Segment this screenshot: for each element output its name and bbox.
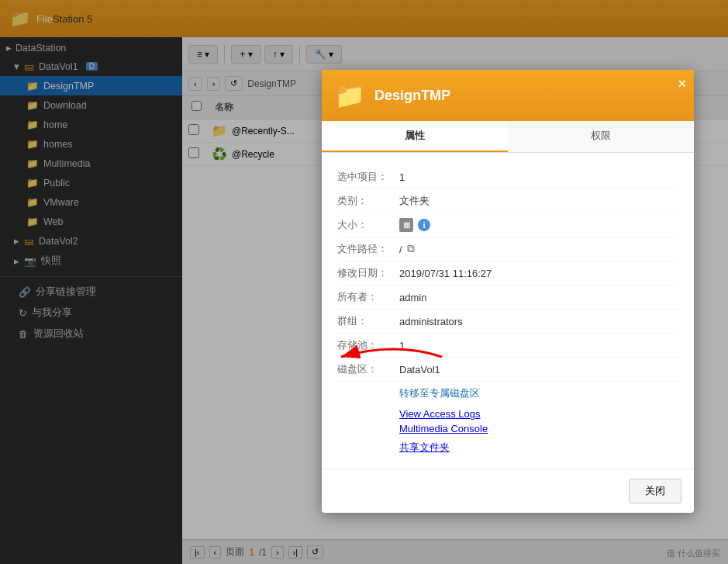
multimedia-link[interactable]: Multimedia Console <box>399 423 488 434</box>
share-link[interactable]: 共享文件夹 <box>399 441 450 453</box>
dialog-close-button[interactable]: × <box>678 76 686 92</box>
path-label: 文件路径： <box>337 242 399 256</box>
multimedia-row: Multimedia Console <box>337 421 678 436</box>
prop-row-migrate: 转移至专属磁盘区 <box>337 382 678 405</box>
prop-row-modified: 修改日期： 2019/07/31 11:16:27 <box>337 261 678 285</box>
calc-icon[interactable]: ▦ <box>399 218 413 232</box>
dialog-tabs: 属性 权限 <box>322 121 694 153</box>
view-logs-link[interactable]: View Access Logs <box>399 408 481 420</box>
dialog-header: 📁 DesignTMP × <box>322 70 694 121</box>
size-value: ▦ i <box>399 218 678 232</box>
prop-row-group: 群组： administrators <box>337 310 678 334</box>
tab-permissions[interactable]: 权限 <box>508 121 694 152</box>
prop-row-storage: 存储池： 1 <box>337 334 678 358</box>
properties-dialog: 📁 DesignTMP × 属性 权限 选中项目： 1 类别： 文件夹 大小： … <box>322 70 694 513</box>
share-row: 共享文件夹 <box>337 436 678 456</box>
view-logs-row: View Access Logs <box>337 405 678 421</box>
info-icon[interactable]: i <box>418 219 430 231</box>
migrate-value: 转移至专属磁盘区 <box>399 386 678 400</box>
prop-row-selected: 选中项目： 1 <box>337 165 678 189</box>
type-label: 类别： <box>337 194 399 208</box>
dialog-title: DesignTMP <box>374 88 450 104</box>
selected-label: 选中项目： <box>337 170 399 184</box>
dialog-folder-icon: 📁 <box>334 81 365 110</box>
owner-value: admin <box>399 292 678 303</box>
migrate-link[interactable]: 转移至专属磁盘区 <box>399 386 480 400</box>
path-text: / <box>399 244 402 255</box>
dialog-content: 选中项目： 1 类别： 文件夹 大小： ▦ i 文件路径： / ⧉ 修改日期： … <box>322 153 694 469</box>
prop-row-type: 类别： 文件夹 <box>337 189 678 213</box>
tab-properties[interactable]: 属性 <box>322 121 508 152</box>
prop-row-path: 文件路径： / ⧉ <box>337 237 678 261</box>
prop-row-owner: 所有者： admin <box>337 285 678 310</box>
volume-value: DataVol1 <box>399 364 678 375</box>
selected-value: 1 <box>399 171 678 183</box>
path-value: / ⧉ <box>399 242 678 256</box>
modified-label: 修改日期： <box>337 266 399 280</box>
footer-close-button[interactable]: 关闭 <box>629 479 681 503</box>
storage-value: 1 <box>399 340 678 351</box>
dialog-footer: 关闭 <box>322 469 694 513</box>
prop-row-size: 大小： ▦ i <box>337 213 678 237</box>
volume-label: 磁盘区： <box>337 362 399 376</box>
type-value: 文件夹 <box>399 194 678 208</box>
prop-row-volume: 磁盘区： DataVol1 <box>337 358 678 382</box>
group-value: administrators <box>399 316 678 327</box>
owner-label: 所有者： <box>337 290 399 304</box>
storage-label: 存储池： <box>337 338 399 352</box>
size-label: 大小： <box>337 218 399 232</box>
copy-icon[interactable]: ⧉ <box>407 242 421 256</box>
group-label: 群组： <box>337 314 399 328</box>
modified-value: 2019/07/31 11:16:27 <box>399 268 678 279</box>
